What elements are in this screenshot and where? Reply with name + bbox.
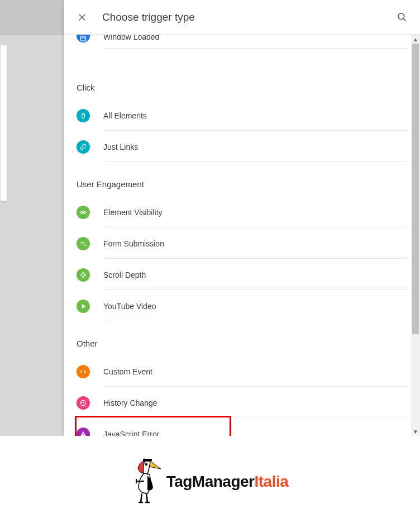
trigger-option-just-links[interactable]: Just Links	[77, 131, 420, 163]
background-overlay	[0, 0, 64, 436]
scrollbar-up-arrow[interactable]: ▲	[411, 35, 420, 44]
play-icon	[77, 300, 90, 313]
trigger-label: JavaScript Error	[103, 420, 408, 436]
background-overlay-top	[0, 0, 64, 35]
window-loaded-icon	[77, 35, 90, 42]
trigger-option-all-elements[interactable]: All Elements	[77, 100, 420, 131]
section-title: Click	[77, 83, 420, 92]
close-button[interactable]	[75, 11, 89, 24]
svg-point-0	[398, 13, 404, 19]
trigger-label: Window Loaded	[103, 35, 408, 49]
trigger-option-form-submission[interactable]: Form Submission	[77, 228, 420, 259]
trigger-label: Just Links	[103, 132, 408, 162]
trigger-label: YouTube Video	[103, 292, 408, 321]
trigger-label: Scroll Depth	[103, 260, 408, 290]
trigger-label: All Elements	[103, 101, 408, 131]
trigger-option-history-change[interactable]: History Change	[77, 387, 420, 419]
background-card	[0, 45, 7, 201]
section-title: Other	[77, 339, 420, 348]
brand-logo: TagManagerItalia	[132, 457, 289, 507]
search-button[interactable]	[395, 11, 409, 24]
trigger-label: Custom Event	[103, 357, 408, 387]
trigger-label: Form Submission	[103, 229, 408, 259]
trigger-option-window-loaded[interactable]: Window Loaded	[77, 35, 420, 66]
link-icon	[77, 140, 90, 154]
woodpecker-icon	[132, 457, 163, 507]
trigger-label: Element Visibility	[103, 198, 408, 227]
svg-point-12	[145, 463, 147, 465]
form-icon	[77, 237, 90, 250]
panel-header: Choose trigger type	[64, 0, 420, 35]
trigger-option-youtube-video[interactable]: YouTube Video	[77, 291, 420, 322]
search-icon	[397, 12, 408, 23]
trigger-option-javascript-error[interactable]: JavaScript Error	[77, 419, 420, 436]
scrollbar[interactable]: ▲ ▼	[411, 35, 420, 436]
error-icon	[77, 428, 90, 436]
trigger-option-scroll-depth[interactable]: Scroll Depth	[77, 259, 420, 291]
panel-title: Choose trigger type	[102, 11, 395, 23]
scrollbar-down-arrow[interactable]: ▼	[411, 427, 420, 436]
brand-text: TagManagerItalia	[166, 473, 289, 491]
section-title: User Engagement	[77, 179, 420, 189]
history-icon	[77, 396, 90, 410]
trigger-option-element-visibility[interactable]: Element Visibility	[77, 197, 420, 228]
trigger-label: History Change	[103, 388, 408, 418]
scroll-icon	[77, 268, 90, 282]
eye-icon	[77, 206, 90, 219]
svg-rect-2	[80, 36, 85, 41]
footer-logo-area: TagManagerItalia	[0, 436, 420, 527]
svg-point-6	[83, 212, 84, 213]
svg-point-9	[82, 273, 85, 277]
svg-line-1	[404, 18, 406, 21]
trigger-type-panel: Choose trigger type Window LoadedClickAl…	[64, 0, 420, 436]
scrollbar-thumb[interactable]	[412, 44, 419, 334]
panel-body: Window LoadedClickAll ElementsJust Links…	[64, 35, 420, 436]
mouse-icon	[77, 109, 90, 122]
trigger-option-custom-event[interactable]: Custom Event	[77, 356, 420, 387]
code-icon	[77, 365, 90, 378]
close-icon	[77, 12, 87, 22]
